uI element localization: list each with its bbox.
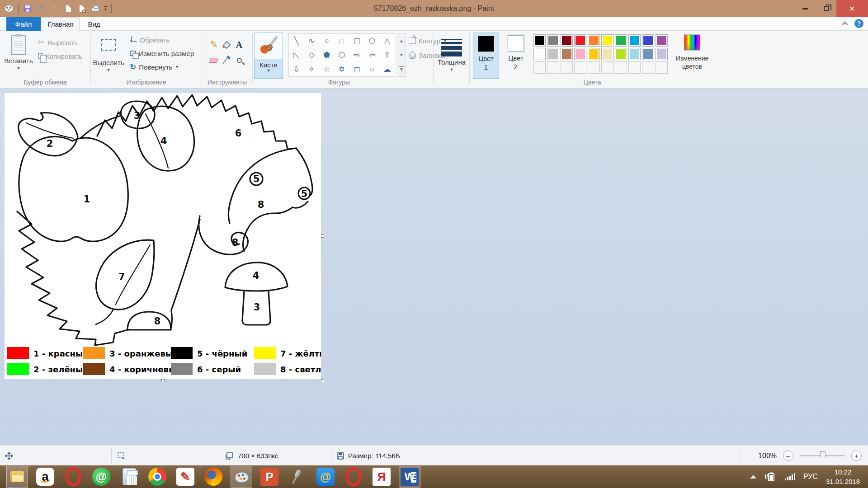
thickness-button[interactable]: Толщина ▼: [436, 33, 467, 78]
copy-button[interactable]: Копировать: [38, 51, 82, 61]
shape-icon[interactable]: ∿: [308, 37, 315, 45]
magnifier-tool-icon[interactable]: [237, 58, 242, 63]
color2-button[interactable]: Цвет2: [503, 33, 529, 79]
shape-icon[interactable]: ☁: [383, 66, 391, 73]
color1-button[interactable]: Цвет1: [473, 33, 499, 79]
taskbar-button-file-explorer[interactable]: [6, 466, 28, 488]
text-tool-icon[interactable]: A: [236, 40, 242, 50]
save-icon[interactable]: [23, 4, 32, 13]
palette-empty-slot[interactable]: [656, 61, 668, 74]
tab-home[interactable]: Главная: [42, 17, 80, 31]
zoom-slider-thumb[interactable]: [820, 451, 826, 460]
eraser-tool-icon[interactable]: [209, 58, 219, 63]
close-button[interactable]: ✕: [836, 0, 868, 17]
palette-color[interactable]: [628, 34, 641, 47]
taskbar-button-yandex[interactable]: Я: [371, 466, 392, 488]
shape-icon[interactable]: □: [340, 37, 344, 45]
scroll-down-icon[interactable]: ▼: [399, 52, 404, 57]
palette-empty-slot[interactable]: [547, 61, 559, 74]
palette-color[interactable]: [601, 34, 613, 47]
tab-file[interactable]: Файл: [6, 17, 41, 31]
taskbar-button-opera-old[interactable]: [62, 466, 84, 488]
restore-button[interactable]: [816, 0, 836, 17]
palette-color[interactable]: [561, 34, 573, 47]
resize-handle-right[interactable]: [321, 235, 324, 238]
shape-icon[interactable]: ⇩: [293, 66, 300, 73]
battery-icon[interactable]: [764, 472, 776, 482]
palette-color[interactable]: [656, 48, 668, 60]
shape-icon[interactable]: ◺: [293, 51, 299, 59]
shape-icon[interactable]: ⬠: [368, 37, 375, 45]
rotate-button[interactable]: ↻ Повернуть ▼: [130, 61, 179, 72]
brushes-button[interactable]: Кисти ▼: [254, 33, 283, 79]
shape-icon[interactable]: ⇨: [354, 51, 360, 59]
palette-color[interactable]: [601, 48, 613, 60]
shape-icon[interactable]: ☆: [323, 66, 330, 73]
taskbar-button-firefox[interactable]: [203, 466, 224, 488]
shape-icon[interactable]: ⇧: [384, 51, 390, 59]
tab-view[interactable]: Вид: [80, 17, 108, 31]
palette-color[interactable]: [642, 48, 654, 60]
palette-empty-slot[interactable]: [533, 61, 546, 74]
palette-color[interactable]: [547, 34, 559, 47]
shape-icon[interactable]: ○: [324, 37, 329, 45]
taskbar-button-mailru-home[interactable]: @: [315, 466, 336, 488]
taskbar-button-microphone[interactable]: [287, 466, 308, 488]
palette-color[interactable]: [547, 48, 559, 60]
new-document-icon[interactable]: [64, 4, 73, 13]
show-hidden-icons-icon[interactable]: [750, 475, 756, 479]
palette-color[interactable]: [656, 34, 668, 47]
shape-icon[interactable]: ╲: [294, 37, 299, 45]
shape-icon[interactable]: △: [384, 37, 390, 45]
palette-color[interactable]: [574, 48, 586, 60]
palette-empty-slot[interactable]: [561, 61, 573, 74]
zoom-out-button[interactable]: –: [783, 450, 793, 461]
edit-colors-button[interactable]: Изменение цветов: [675, 34, 710, 70]
palette-empty-slot[interactable]: [615, 61, 627, 74]
pencil-tool-icon[interactable]: ✎: [210, 39, 218, 51]
shape-icon[interactable]: ○: [370, 66, 374, 73]
palette-color[interactable]: [588, 34, 600, 47]
palette-empty-slot[interactable]: [642, 61, 654, 74]
help-icon[interactable]: ?: [854, 19, 863, 28]
resize-handle-corner[interactable]: [321, 379, 324, 382]
shapes-grid[interactable]: ╲∿○□▢⬠△◺◇⬟⬡⇨⇦⇧⇩✧☆✡◻○☁: [288, 33, 395, 77]
customize-toolbar-icon[interactable]: ▾: [104, 6, 107, 12]
language-indicator[interactable]: РУС: [803, 473, 818, 481]
expand-gallery-icon[interactable]: ▼: [399, 66, 404, 72]
palette-empty-slot[interactable]: [601, 61, 613, 74]
drawing-canvas[interactable]: 1234655887438 1 - красный2 - зелёный3 - …: [5, 93, 321, 379]
palette-color[interactable]: [615, 34, 627, 47]
resize-button[interactable]: Изменить размер: [130, 48, 194, 59]
select-button[interactable]: Выделить ▼: [93, 33, 124, 78]
taskbar-button-chrome[interactable]: [146, 466, 168, 488]
taskbar-button-amazon[interactable]: a: [34, 466, 56, 488]
fill-tool-icon[interactable]: [222, 40, 231, 50]
shape-icon[interactable]: ◻: [354, 66, 360, 73]
palette-color[interactable]: [642, 34, 654, 47]
palette-empty-slot[interactable]: [574, 61, 586, 74]
taskbar-button-word[interactable]: W: [399, 466, 420, 488]
color-palette[interactable]: [533, 34, 668, 74]
print-preview-icon[interactable]: [77, 4, 86, 13]
palette-color[interactable]: [615, 48, 627, 60]
shape-icon[interactable]: ✡: [339, 66, 345, 73]
palette-color[interactable]: [628, 48, 641, 60]
minimize-button[interactable]: [795, 0, 816, 17]
taskbar-button-mailru-agent[interactable]: @: [90, 466, 112, 488]
taskbar-button-calculator[interactable]: [118, 466, 140, 488]
taskbar-button-opera[interactable]: [343, 466, 364, 488]
taskbar-button-graphics-editor[interactable]: ✎: [175, 466, 196, 488]
crop-button[interactable]: Обрезать: [130, 34, 170, 45]
redo-icon[interactable]: ↷: [50, 4, 59, 13]
palette-color[interactable]: [561, 48, 573, 60]
resize-handle-bottom[interactable]: [161, 379, 165, 382]
shape-icon[interactable]: ▢: [353, 37, 360, 45]
undo-icon[interactable]: ↶: [37, 4, 46, 13]
clock[interactable]: 10:22 31.01.2018: [826, 467, 860, 486]
shapes-scrollbar[interactable]: ▲ ▼ ▼: [397, 33, 406, 77]
palette-empty-slot[interactable]: [628, 61, 641, 74]
paint-logo-icon[interactable]: [5, 4, 14, 13]
print-icon[interactable]: [91, 4, 100, 13]
network-signal-icon[interactable]: [784, 472, 795, 481]
